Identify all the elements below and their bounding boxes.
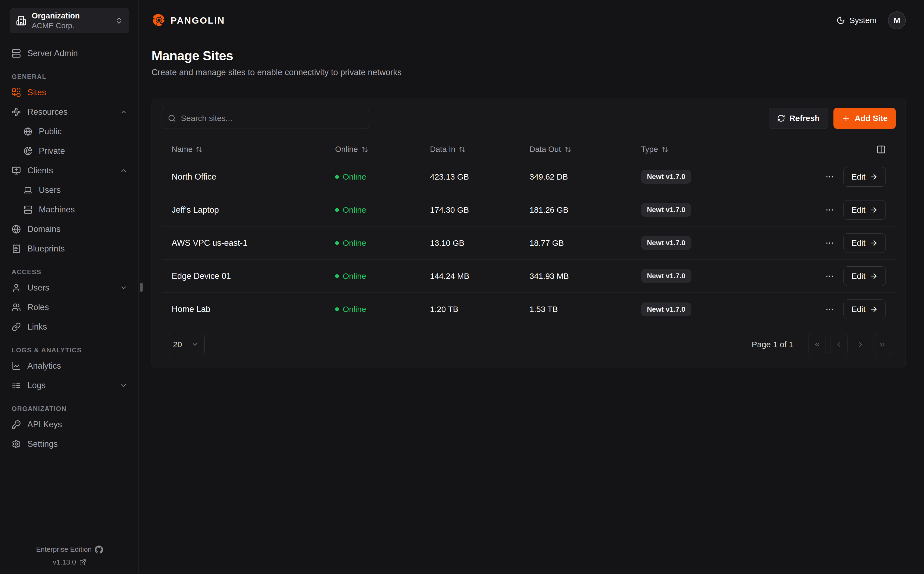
row-menu-button[interactable] (825, 205, 834, 214)
key-icon (12, 420, 21, 429)
row-actions: Edit (791, 300, 886, 319)
column-header-type[interactable]: Type (641, 145, 791, 154)
online-label: Online (343, 304, 366, 314)
arrow-right-icon (870, 305, 878, 313)
column-label: Type (641, 145, 658, 154)
sidebar-scrollbar-thumb[interactable] (140, 283, 143, 292)
column-settings-button[interactable] (877, 145, 886, 154)
sidebar-item-label: Resources (27, 107, 68, 117)
sidebar-item-client-users[interactable]: Users (12, 180, 129, 200)
sidebar-footer: Enterprise Edition v1.13.0 (10, 545, 129, 566)
site-data-in: 13.10 GB (430, 238, 530, 248)
sidebar-item-analytics[interactable]: Analytics (10, 356, 129, 376)
search-input[interactable] (181, 114, 363, 123)
org-selector[interactable]: Organization ACME Corp. (10, 8, 129, 33)
column-header-data-in[interactable]: Data In (430, 145, 530, 154)
edit-button[interactable]: Edit (844, 233, 886, 253)
column-header-name[interactable]: Name (171, 145, 335, 154)
site-name: Edge Device 01 (171, 271, 335, 281)
site-type-cell: Newt v1.7.0 (641, 170, 791, 184)
table-row: AWS VPC us-east-1 Online 13.10 GB 18.77 … (162, 227, 896, 260)
pager-buttons (809, 334, 891, 355)
row-menu-button[interactable] (825, 304, 834, 314)
chevron-up-icon (120, 108, 127, 116)
arrow-right-icon (870, 272, 878, 280)
row-menu-button[interactable] (825, 271, 834, 281)
avatar[interactable]: M (888, 11, 906, 29)
section-organization: ORGANIZATION (10, 405, 129, 413)
site-status: Online (335, 271, 430, 281)
table-row: Jeff's Laptop Online 174.30 GB 181.26 GB… (162, 193, 896, 227)
pangolin-logo-icon (152, 13, 166, 27)
sidebar-item-logs[interactable]: Logs (10, 376, 129, 395)
online-dot-icon (335, 241, 339, 245)
edit-button[interactable]: Edit (844, 200, 886, 220)
scrollbar-rail[interactable] (913, 0, 924, 574)
column-header-data-out[interactable]: Data Out (530, 145, 641, 154)
pagination: Page 1 of 1 (752, 334, 891, 355)
sidebar-item-private[interactable]: Private (12, 141, 129, 161)
add-site-button[interactable]: Add Site (833, 108, 896, 129)
sidebar-item-settings[interactable]: Settings (10, 434, 129, 454)
refresh-button[interactable]: Refresh (768, 108, 828, 129)
sidebar-item-roles[interactable]: Roles (10, 298, 129, 317)
site-type-cell: Newt v1.7.0 (641, 269, 791, 283)
logs-list-icon (12, 381, 21, 390)
row-menu-button[interactable] (825, 238, 834, 248)
search-box[interactable] (162, 108, 369, 129)
sidebar-item-public[interactable]: Public (12, 122, 129, 141)
column-label: Online (335, 145, 358, 154)
sidebar-item-label: Links (27, 322, 47, 332)
resources-subnav: Public Private (12, 122, 129, 161)
row-menu-button[interactable] (825, 172, 834, 181)
sidebar-item-server-admin[interactable]: Server Admin (10, 44, 129, 63)
arrow-right-icon (870, 206, 878, 214)
edit-button[interactable]: Edit (844, 266, 886, 286)
avatar-initial: M (894, 16, 900, 25)
table-row: North Office Online 423.13 GB 349.62 DB … (162, 160, 896, 193)
chevron-down-icon (120, 382, 127, 389)
first-page-button[interactable] (809, 334, 826, 355)
brand-name: PANGOLIN (171, 15, 225, 26)
site-type-cell: Newt v1.7.0 (641, 236, 791, 250)
brand-logo: PANGOLIN (152, 13, 225, 27)
page-size-select[interactable]: 20 (167, 334, 205, 355)
section-access: ACCESS (10, 268, 129, 276)
online-dot-icon (335, 208, 339, 212)
sidebar-item-domains[interactable]: Domains (10, 219, 129, 239)
site-data-out: 181.26 GB (530, 205, 641, 214)
sidebar-item-users[interactable]: Users (10, 278, 129, 298)
user-icon (12, 283, 21, 292)
site-status: Online (335, 172, 430, 181)
site-data-in: 174.30 GB (430, 205, 530, 214)
edition-link[interactable]: Enterprise Edition (36, 545, 103, 554)
server-icon (12, 49, 21, 58)
column-header-online[interactable]: Online (335, 145, 430, 154)
globe-icon (24, 127, 32, 136)
sites-card: Refresh Add Site Name Online Data In (152, 98, 906, 368)
sidebar-item-clients[interactable]: Clients (10, 161, 129, 180)
edit-button[interactable]: Edit (844, 167, 886, 187)
version-link[interactable]: v1.13.0 (53, 558, 86, 566)
row-actions: Edit (791, 167, 886, 187)
sidebar-item-sites[interactable]: Sites (10, 83, 129, 102)
sidebar-item-label: Settings (27, 439, 58, 449)
next-page-button[interactable] (852, 334, 869, 355)
theme-toggle[interactable]: System (836, 16, 877, 25)
edit-button[interactable]: Edit (844, 300, 886, 319)
chevron-down-icon (192, 341, 198, 348)
sidebar-item-machines[interactable]: Machines (12, 200, 129, 219)
sort-icon (196, 146, 203, 153)
org-selector-value: ACME Corp. (32, 21, 80, 30)
previous-page-button[interactable] (830, 334, 847, 355)
page-title: Manage Sites (152, 48, 906, 63)
sidebar-item-api-keys[interactable]: API Keys (10, 415, 129, 434)
sidebar-item-blueprints[interactable]: Blueprints (10, 239, 129, 259)
sidebar-item-label: Sites (27, 88, 46, 98)
sidebar-item-links[interactable]: Links (10, 317, 129, 337)
topbar-right: System M (836, 11, 906, 29)
site-type-cell: Newt v1.7.0 (641, 203, 791, 217)
chart-line-icon (12, 361, 21, 371)
sidebar-item-resources[interactable]: Resources (10, 102, 129, 122)
last-page-button[interactable] (874, 334, 891, 355)
